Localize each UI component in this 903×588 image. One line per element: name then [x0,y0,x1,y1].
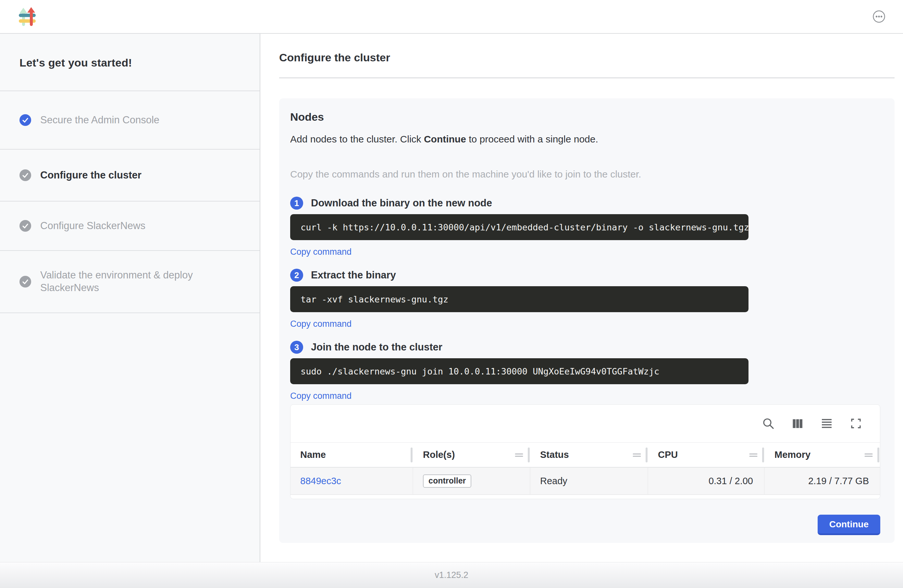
setup-steps-sidebar: Let's get you started! Secure the Admin … [0,34,260,562]
column-resize-handle[interactable] [528,448,530,462]
sidebar-item-configure-slackernews[interactable]: Configure SlackerNews [0,201,260,251]
step-1-title: Download the binary on the new node [311,197,492,209]
step-3-command-code-block: sudo ./slackernews-gnu join 10.0.0.11:30… [290,358,749,384]
step-1-copy-command-link[interactable]: Copy command [290,247,352,257]
column-menu-icon[interactable] [515,453,523,457]
column-resize-handle[interactable] [877,448,879,462]
circled-ellipsis-icon [873,10,886,23]
column-resize-handle[interactable] [411,448,412,462]
continue-button[interactable]: Continue [818,515,880,535]
nodes-table: Name Role(s) Status [290,404,880,499]
sidebar-item-validate-deploy[interactable]: Validate the environment & deploy Slacke… [0,251,260,313]
row-density-icon [820,417,833,430]
table-columns-button[interactable] [790,416,805,431]
column-header-status[interactable]: Status [530,443,648,467]
table-row: 8849ec3c controller Ready 0.31 / 2.00 2.… [291,468,880,495]
step-2-header: 2 Extract the binary [290,269,880,281]
join-instructions: Copy the commands and run them on the ma… [290,169,880,180]
sidebar-item-configure-cluster[interactable]: Configure the cluster [0,149,260,201]
column-header-label: CPU [658,450,749,460]
node-name-link[interactable]: 8849ec3c [300,476,341,486]
column-menu-icon[interactable] [864,453,873,457]
search-icon [762,417,775,430]
column-resize-handle[interactable] [646,448,648,462]
table-header-row: Name Role(s) Status [291,442,880,468]
intro-suffix: to proceed with a single node. [466,134,598,145]
overflow-menu-button[interactable] [872,9,886,24]
cell-memory: 2.19 / 7.77 GB [765,468,880,494]
nodes-card: Nodes Add nodes to the cluster. Click Co… [279,98,895,543]
step-3-number-badge: 3 [290,341,303,354]
column-header-label: Name [300,450,413,460]
nodes-heading: Nodes [290,111,880,123]
column-menu-icon[interactable] [632,453,641,457]
sidebar-heading-block: Let's get you started! [0,34,260,91]
step-3-title: Join the node to the cluster [311,341,442,353]
step-pending-check-icon [19,220,31,232]
step-1-command-code-block: curl -k https://10.0.0.11:30000/api/v1/e… [290,214,749,240]
sidebar-item-label: Secure the Admin Console [40,114,159,127]
view-columns-icon [791,417,804,430]
step-2-command-code-block: tar -xvf slackernews-gnu.tgz [290,286,749,312]
step-3-copy-command-link[interactable]: Copy command [290,391,352,401]
column-header-name[interactable]: Name [291,443,413,467]
body: Let's get you started! Secure the Admin … [0,34,903,562]
sidebar-item-label: Configure SlackerNews [40,220,145,232]
column-header-roles[interactable]: Role(s) [413,443,530,467]
title-divider [279,77,895,78]
intro-bold: Continue [424,134,466,145]
column-menu-icon[interactable] [749,453,758,457]
step-3-header: 3 Join the node to the cluster [290,341,880,354]
column-resize-handle[interactable] [762,448,764,462]
step-2-copy-command-link[interactable]: Copy command [290,319,352,329]
app-header [0,0,903,34]
column-header-memory[interactable]: Memory [765,443,880,467]
slackernews-logo-icon [19,7,36,26]
nodes-intro: Add nodes to the cluster. Click Continue… [290,134,880,145]
page: Let's get you started! Secure the Admin … [0,0,903,588]
step-1-number-badge: 1 [290,197,303,210]
column-header-cpu[interactable]: CPU [648,443,765,467]
table-fullscreen-button[interactable] [849,416,863,431]
cell-cpu: 0.31 / 2.00 [648,468,765,494]
step-2-number-badge: 2 [290,269,303,281]
step-1-header: 1 Download the binary on the new node [290,197,880,210]
column-header-label: Role(s) [423,450,515,460]
table-toolbar [291,405,880,442]
version-label: v1.125.2 [435,570,468,580]
column-header-label: Memory [774,450,864,460]
intro-prefix: Add nodes to the cluster. Click [290,134,424,145]
table-footer-spacer [291,495,880,499]
card-actions: Continue [290,515,880,535]
cell-name: 8849ec3c [291,468,413,494]
step-2-title: Extract the binary [311,269,396,281]
main-content: Configure the cluster Nodes Add nodes to… [260,34,903,562]
cell-status: Ready [530,468,648,494]
sidebar-heading: Let's get you started! [19,57,241,69]
fullscreen-icon [850,417,862,430]
table-density-button[interactable] [820,416,834,431]
sidebar-item-label: Validate the environment & deploy Slacke… [40,269,241,294]
sidebar-item-label: Configure the cluster [40,169,142,182]
role-chip: controller [423,475,471,488]
step-pending-check-icon [19,276,31,288]
table-search-button[interactable] [761,416,776,431]
cell-roles: controller [413,468,530,494]
app-footer: v1.125.2 [0,562,903,588]
column-header-label: Status [540,450,632,460]
sidebar-item-secure-admin-console[interactable]: Secure the Admin Console [0,91,260,149]
step-complete-check-icon [19,114,31,126]
page-title: Configure the cluster [279,51,895,64]
step-pending-check-icon [19,170,31,181]
